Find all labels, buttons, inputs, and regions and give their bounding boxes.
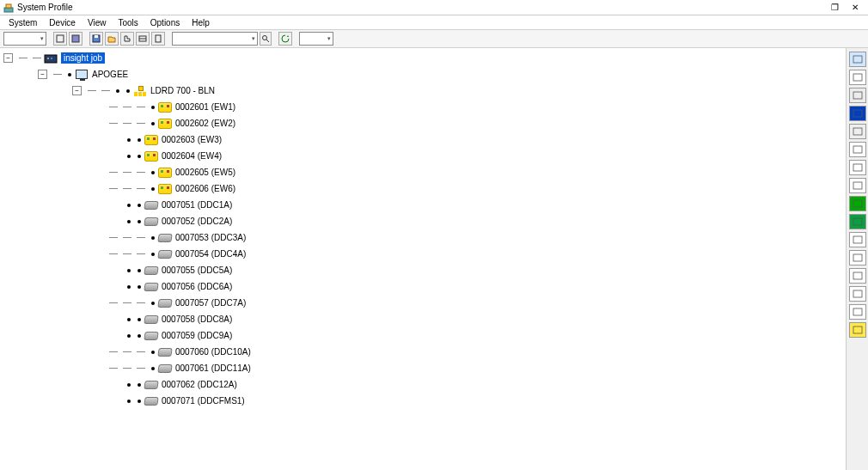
dock-button-6[interactable] bbox=[849, 142, 866, 157]
toolbar-btn-find[interactable] bbox=[260, 32, 272, 46]
svg-rect-15 bbox=[853, 74, 862, 81]
expander[interactable]: − bbox=[3, 53, 13, 63]
tree-view[interactable]: −insight job−APOGEE−LDRD 700 - BLN000260… bbox=[0, 48, 846, 470]
svg-line-10 bbox=[266, 40, 269, 42]
bullet bbox=[151, 187, 155, 191]
device-0007060[interactable]: 0007060 (DDC10A) bbox=[175, 347, 251, 357]
device-0007055[interactable]: 0007055 (DDC5A) bbox=[162, 266, 232, 275]
dock-button-2[interactable] bbox=[849, 70, 866, 85]
toolbar-btn-open[interactable] bbox=[105, 32, 119, 46]
toolbar-combo-2[interactable]: ▾ bbox=[172, 32, 258, 46]
node-bln[interactable]: LDRD 700 - BLN bbox=[150, 86, 215, 95]
bullet bbox=[127, 318, 131, 321]
device-0007052[interactable]: 0007052 (DDC2A) bbox=[162, 217, 232, 226]
dock-button-4[interactable] bbox=[849, 106, 866, 121]
close-button[interactable]: ✕ bbox=[849, 2, 861, 14]
device-0007071[interactable]: 0007071 (DDCFMS1) bbox=[162, 396, 245, 406]
dock-button-16[interactable] bbox=[849, 322, 866, 338]
maximize-button[interactable]: ❐ bbox=[828, 2, 840, 14]
device-0007058[interactable]: 0007058 (DDC8A) bbox=[162, 314, 232, 324]
expander[interactable]: − bbox=[38, 70, 47, 79]
module-icon bbox=[158, 346, 172, 358]
connector bbox=[123, 172, 131, 173]
dock-button-7[interactable] bbox=[849, 160, 866, 175]
connector bbox=[137, 368, 145, 369]
menu-system[interactable]: System bbox=[3, 17, 42, 28]
toolbar-btn-refresh[interactable] bbox=[278, 32, 292, 46]
bullet bbox=[138, 318, 141, 321]
window-buttons: ❐ ✕ bbox=[828, 2, 865, 14]
device-0007061[interactable]: 0007061 (DDC11A) bbox=[175, 363, 251, 373]
expander[interactable]: − bbox=[72, 86, 82, 95]
dock-button-15[interactable] bbox=[849, 304, 866, 320]
toolbar-btn-7[interactable] bbox=[151, 32, 165, 46]
bullet bbox=[127, 400, 131, 403]
dock-button-5[interactable] bbox=[849, 124, 866, 139]
toolbar-combo-1[interactable]: ▾ bbox=[3, 32, 46, 46]
dock-button-14[interactable] bbox=[849, 286, 866, 302]
bullet bbox=[138, 269, 141, 272]
menu-device[interactable]: Device bbox=[44, 17, 81, 28]
device-0007057[interactable]: 0007057 (DDC7A) bbox=[175, 298, 246, 308]
svg-rect-22 bbox=[853, 200, 862, 207]
device-0007056[interactable]: 0007056 (DDC6A) bbox=[162, 282, 232, 291]
toolbar-btn-save[interactable] bbox=[89, 32, 103, 46]
dock-button-8[interactable] bbox=[849, 178, 866, 193]
connector bbox=[109, 302, 118, 303]
bullet bbox=[138, 204, 141, 207]
device-0002606[interactable]: 0002606 (EW6) bbox=[175, 184, 235, 193]
dock-button-10[interactable] bbox=[849, 214, 866, 229]
connector bbox=[109, 172, 118, 173]
right-dock bbox=[846, 48, 868, 470]
module-icon bbox=[144, 379, 158, 391]
connector bbox=[137, 172, 145, 173]
toolbar-btn-1[interactable] bbox=[53, 32, 67, 46]
menu-help[interactable]: Help bbox=[186, 17, 215, 28]
toolbar-combo-3[interactable]: ▾ bbox=[299, 32, 333, 46]
connector bbox=[123, 253, 131, 254]
module-icon bbox=[144, 314, 158, 326]
controller-icon bbox=[158, 167, 172, 179]
titlebar: System Profile ❐ ✕ bbox=[0, 0, 868, 15]
dock-button-1[interactable] bbox=[849, 52, 866, 67]
device-0007059[interactable]: 0007059 (DDC9A) bbox=[162, 331, 232, 340]
menu-options[interactable]: Options bbox=[145, 17, 185, 28]
device-0002603[interactable]: 0002603 (EW3) bbox=[162, 135, 222, 144]
connector bbox=[109, 123, 118, 124]
menu-view[interactable]: View bbox=[83, 17, 112, 28]
device-0002605[interactable]: 0002605 (EW5) bbox=[175, 168, 235, 177]
menu-tools[interactable]: Tools bbox=[113, 17, 143, 28]
bullet bbox=[151, 122, 155, 125]
bullet bbox=[138, 285, 141, 289]
svg-rect-18 bbox=[853, 128, 862, 135]
toolbar-btn-6[interactable] bbox=[136, 32, 150, 46]
device-0007051[interactable]: 0007051 (DDC1A) bbox=[162, 200, 232, 210]
node-apogee[interactable]: APOGEE bbox=[92, 70, 128, 79]
controller-icon bbox=[158, 183, 172, 195]
svg-rect-26 bbox=[853, 272, 862, 279]
device-0007054[interactable]: 0007054 (DDC4A) bbox=[175, 249, 246, 259]
device-0007053[interactable]: 0007053 (DDC3A) bbox=[175, 233, 246, 242]
dock-button-9[interactable] bbox=[849, 196, 866, 211]
toolbar-btn-2[interactable] bbox=[69, 32, 83, 46]
device-0002602[interactable]: 0002602 (EW2) bbox=[175, 119, 235, 128]
connector bbox=[109, 188, 118, 189]
app-icon bbox=[3, 3, 14, 13]
dock-button-12[interactable] bbox=[849, 250, 866, 266]
connector bbox=[137, 188, 145, 189]
dock-button-11[interactable] bbox=[849, 232, 866, 247]
root-label[interactable]: insight job bbox=[61, 52, 105, 64]
bullet bbox=[151, 171, 155, 174]
toolbar-btn-5[interactable] bbox=[120, 32, 134, 46]
bullet bbox=[126, 89, 130, 93]
device-0002604[interactable]: 0002604 (EW4) bbox=[162, 151, 222, 161]
device-0002601[interactable]: 0002601 (EW1) bbox=[175, 102, 235, 112]
dock-button-13[interactable] bbox=[849, 268, 866, 284]
svg-rect-28 bbox=[853, 308, 862, 315]
dock-button-3[interactable] bbox=[849, 88, 866, 103]
device-0007062[interactable]: 0007062 (DDC12A) bbox=[162, 380, 237, 389]
connector bbox=[123, 302, 131, 303]
bullet bbox=[151, 253, 155, 256]
module-icon bbox=[158, 297, 172, 309]
root-icon bbox=[44, 52, 58, 64]
